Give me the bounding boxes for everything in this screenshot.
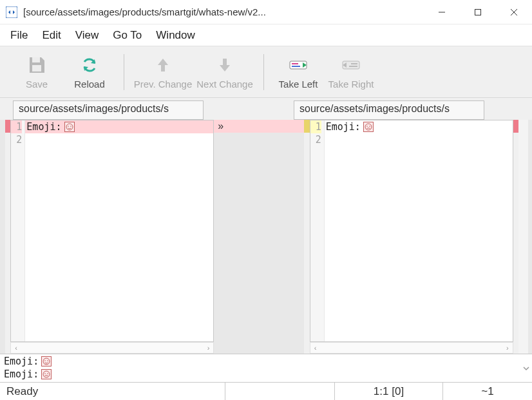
menu-window[interactable]: Window [149,26,201,44]
connector-glyph: » [218,120,223,132]
menu-goto[interactable]: Go To [106,26,148,44]
svg-point-14 [68,126,69,127]
save-button: Save [12,50,62,95]
change-connector[interactable]: » [214,120,304,133]
right-change-marker-left [304,120,309,354]
reload-button[interactable]: Reload [64,50,115,95]
app-icon [5,6,18,19]
right-change-marker [513,120,518,354]
svg-rect-2 [475,9,481,15]
line-number: 1 [11,120,22,133]
left-hscroll[interactable]: ‹ › [10,342,214,354]
reload-icon [79,54,100,76]
menu-file[interactable]: File [4,26,34,44]
statusbar: Ready 1:1 [0] ~1 [0,382,532,400]
toolbar: Save Reload Prev. Change Next Change [0,46,532,98]
line-number: 2 [11,133,22,146]
right-path-box[interactable]: source/assets/images/products/s [294,100,484,120]
next-change-button: Next Change [195,50,254,95]
status-mid [225,383,335,400]
merged-content[interactable]: Emoji: Emoji: [0,354,520,382]
take-right-icon [340,54,362,76]
take-left-button[interactable]: Take Left [273,50,323,95]
right-content[interactable]: Emoji: [325,120,513,341]
take-right-label: Take Right [328,79,374,90]
svg-point-22 [43,371,50,377]
vertical-scrollbar[interactable] [518,120,528,354]
merged-view: Emoji: Emoji: [0,354,532,382]
right-hscroll[interactable]: ‹ › [310,342,513,354]
take-left-label: Take Left [279,79,318,90]
svg-rect-5 [32,57,40,62]
next-label: Next Change [196,79,253,90]
merged-line: Emoji: [4,355,517,368]
left-content[interactable]: Emoji: [25,120,213,341]
svg-point-24 [47,373,48,374]
svg-point-23 [44,373,46,374]
menubar: File Edit View Go To Window [0,24,532,46]
reload-label: Reload [74,79,105,90]
center-connector: » [214,120,304,354]
toolbar-separator [124,54,124,90]
right-gutter: 1 2 [310,120,325,341]
emoji-glyph [64,122,75,132]
svg-point-18 [369,126,370,127]
svg-point-17 [366,126,368,127]
scroll-left-icon: ‹ [314,344,317,352]
arrow-down-icon [214,54,236,76]
prev-change-button: Prev. Change [133,50,193,95]
arrow-up-icon [152,54,174,76]
toolbar-separator [263,54,264,90]
code-line [25,133,213,146]
close-button[interactable] [496,0,532,24]
emoji-glyph [41,369,52,379]
svg-rect-0 [6,6,17,18]
maximize-button[interactable] [460,0,496,24]
window-title: [source/assets/images/products/smartgit/… [23,6,424,17]
code-line: Emoji: [25,120,213,133]
take-left-icon [287,54,309,76]
svg-point-15 [70,126,71,127]
emoji-glyph [363,122,374,132]
svg-point-21 [47,360,48,361]
menu-edit[interactable]: Edit [35,26,67,44]
prev-label: Prev. Change [134,79,193,90]
left-path-box[interactable]: source/assets/images/products/s [13,100,204,120]
titlebar-controls [424,0,532,24]
merged-line: Emoji: [4,368,517,381]
svg-point-16 [365,124,372,130]
right-pane: 1 2 Emoji: ‹ › [310,120,513,354]
scroll-right-icon: › [207,344,210,352]
svg-rect-6 [32,65,41,71]
status-message: Ready [0,383,225,400]
save-icon [26,54,48,76]
diff-area: 1 2 Emoji: ‹ › » [0,120,532,354]
merged-scroll-down[interactable] [520,354,532,382]
left-gutter: 1 2 [11,120,25,341]
path-row: source/assets/images/products/s source/a… [0,98,532,120]
code-line: Emoji: [325,120,513,133]
save-label: Save [26,79,48,90]
status-position: 1:1 [0] [335,383,443,400]
scroll-right-icon: › [506,344,509,352]
scroll-left-icon: ‹ [15,344,17,352]
titlebar: [source/assets/images/products/smartgit/… [0,0,532,24]
line-number: 2 [310,133,321,146]
menu-view[interactable]: View [69,26,106,44]
status-diffcount: ~1 [443,383,532,400]
line-number: 1 [310,120,321,133]
svg-point-20 [44,360,46,361]
left-pane: 1 2 Emoji: ‹ › [10,120,214,354]
emoji-glyph [41,356,52,367]
code-line [325,133,513,146]
take-right-button: Take Right [326,50,376,95]
left-change-marker [5,120,10,354]
minimize-button[interactable] [424,0,460,24]
